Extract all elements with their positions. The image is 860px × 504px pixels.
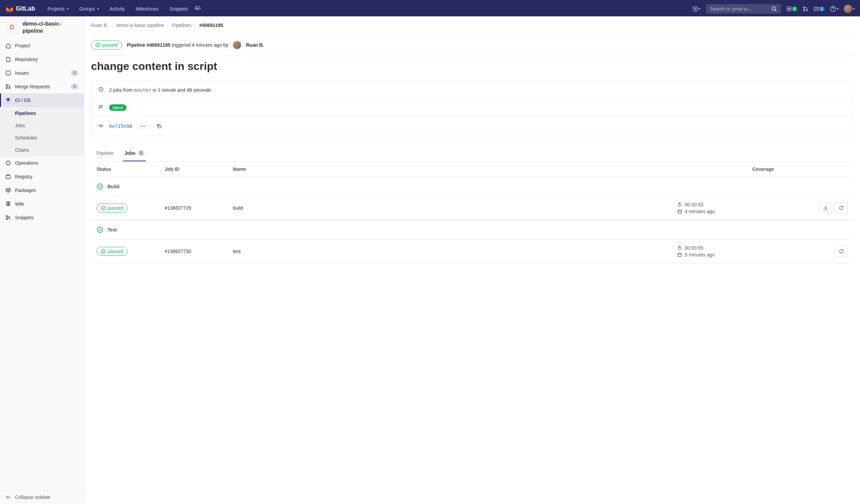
- sidebar-item-merge-requests[interactable]: Merge Requests 0: [0, 80, 84, 93]
- sidebar-item-operations[interactable]: Operations: [0, 156, 84, 170]
- collapse-label: Collapse sidebar: [15, 494, 51, 500]
- breadcrumb-pipelines[interactable]: Pipelines: [172, 23, 191, 28]
- package-icon: [5, 188, 11, 193]
- timer-icon: [677, 246, 682, 250]
- jobs-table-header: Status Job ID Name Coverage: [91, 162, 853, 177]
- clock-icon: [98, 87, 104, 93]
- chevron-down-icon: ▾: [97, 7, 99, 11]
- svg-rect-31: [678, 253, 682, 257]
- scissors-icon: [5, 215, 11, 220]
- svg-point-5: [803, 10, 805, 11]
- col-jobid: Job ID: [165, 167, 233, 172]
- sidebar-sub-charts[interactable]: Charts: [0, 144, 84, 156]
- triggered-by-avatar[interactable]: [233, 41, 241, 49]
- check-circle-icon: [101, 206, 106, 211]
- retry-job-button[interactable]: [835, 202, 848, 214]
- svg-point-16: [6, 218, 8, 220]
- sidebar-item-wiki[interactable]: Wiki: [0, 197, 84, 211]
- svg-point-19: [100, 125, 102, 127]
- sidebar-item-label: Wiki: [15, 201, 24, 207]
- tabs: Pipeline Jobs 2: [91, 146, 853, 162]
- svg-point-10: [6, 85, 8, 86]
- triggered-by-user[interactable]: Ruan B.: [246, 42, 264, 48]
- sidebar-sub-pipelines[interactable]: Pipelines: [0, 107, 84, 119]
- search-input[interactable]: [710, 6, 771, 12]
- user-menu[interactable]: ▾: [844, 5, 855, 13]
- collapse-sidebar-button[interactable]: Collapse sidebar: [0, 490, 84, 504]
- nav-help-icon[interactable]: ▾: [830, 6, 838, 12]
- svg-point-24: [97, 184, 103, 189]
- svg-point-21: [143, 126, 144, 127]
- branch-link[interactable]: master: [134, 87, 152, 93]
- todos-count-badge: 1: [819, 6, 825, 11]
- svg-point-22: [144, 126, 145, 127]
- job-row: passed #136627730 test 00:00:55 3 minute…: [91, 240, 853, 263]
- gitlab-logo[interactable]: GitLab: [5, 5, 35, 13]
- nav-milestones[interactable]: Milestones: [132, 3, 163, 14]
- page-title: change content in script: [91, 60, 853, 73]
- sidebar-item-project[interactable]: Project: [0, 39, 84, 53]
- sidebar-item-snippets[interactable]: Snippets: [0, 211, 84, 225]
- issues-badge: 0: [71, 70, 78, 76]
- nav-todos-icon[interactable]: 1: [814, 6, 825, 12]
- svg-point-28: [97, 227, 103, 233]
- tab-jobs[interactable]: Jobs 2: [123, 146, 146, 161]
- job-status-pill[interactable]: passed: [97, 247, 128, 256]
- performance-bar-icon[interactable]: [195, 6, 201, 12]
- new-dropdown[interactable]: ▾: [692, 6, 700, 12]
- svg-point-1: [772, 7, 775, 10]
- sidebar-item-registry[interactable]: Registry: [0, 170, 84, 184]
- file-icon: [5, 57, 11, 62]
- breadcrumb-project[interactable]: demo-ci-basic-pipeline: [116, 23, 164, 28]
- nav-issues-icon[interactable]: 1: [786, 6, 797, 12]
- project-avatar: D: [5, 21, 18, 34]
- jobs-summary-text: 2 jobs from master in 1 minute and 48 se…: [109, 87, 211, 93]
- nav-groups[interactable]: Groups▾: [75, 3, 103, 14]
- sidebar-sub-schedules[interactable]: Schedules: [0, 132, 84, 144]
- search-box[interactable]: [706, 4, 781, 14]
- breadcrumb-user[interactable]: Ruan B.: [91, 23, 109, 28]
- download-artifacts-button[interactable]: [819, 202, 832, 214]
- retry-job-button[interactable]: [835, 246, 848, 257]
- issues-count-badge: 1: [792, 6, 797, 11]
- sidebar-item-label: Operations: [15, 160, 38, 166]
- job-id[interactable]: #136627729: [165, 205, 233, 211]
- breadcrumb-current: #40691195: [200, 23, 223, 28]
- check-circle-icon: [96, 43, 100, 47]
- sidebar-item-repository[interactable]: Repository: [0, 53, 84, 66]
- svg-rect-14: [6, 175, 10, 179]
- tab-pipeline[interactable]: Pipeline: [95, 146, 115, 161]
- sidebar-item-label: Repository: [15, 57, 38, 62]
- sidebar-project-header[interactable]: D demo-ci-basic-pipeline: [0, 16, 84, 39]
- sidebar: D demo-ci-basic-pipeline Project Reposit…: [0, 16, 84, 504]
- stage-row-build: Build: [91, 177, 853, 197]
- status-passed-pill: passed: [91, 41, 122, 49]
- svg-rect-9: [6, 71, 10, 75]
- job-timing: 00:00:55 3 minutes ago: [677, 245, 752, 257]
- nav-snippets[interactable]: Snippets: [166, 3, 192, 14]
- job-row: passed #136627729 build 00:00:53 4 minut…: [91, 197, 853, 220]
- commit-more-button[interactable]: [138, 124, 148, 129]
- svg-point-12: [9, 87, 10, 89]
- sidebar-item-issues[interactable]: Issues 0: [0, 66, 84, 80]
- svg-point-4: [803, 7, 805, 8]
- copy-icon: [157, 124, 162, 129]
- stage-name: Test: [108, 227, 117, 233]
- sidebar-item-cicd[interactable]: CI / CD: [0, 93, 84, 107]
- nav-activity[interactable]: Activity: [106, 3, 129, 14]
- sidebar-item-packages[interactable]: Packages: [0, 184, 84, 197]
- rocket-icon: [5, 98, 11, 103]
- sidebar-sub-jobs[interactable]: Jobs: [0, 119, 84, 132]
- stage-name: Build: [108, 184, 119, 189]
- col-status: Status: [97, 167, 165, 172]
- commit-sha-link[interactable]: 0e715e98: [109, 124, 132, 129]
- nav-merge-requests-icon[interactable]: [803, 6, 808, 12]
- nav-projects[interactable]: Projects▾: [43, 3, 73, 14]
- job-name: build: [233, 205, 274, 211]
- job-id[interactable]: #136627730: [165, 249, 233, 254]
- copy-sha-button[interactable]: [154, 122, 165, 130]
- job-status-pill[interactable]: passed: [97, 204, 128, 213]
- svg-point-6: [806, 10, 807, 11]
- stage-row-test: Test: [91, 220, 853, 240]
- search-icon: [771, 6, 777, 12]
